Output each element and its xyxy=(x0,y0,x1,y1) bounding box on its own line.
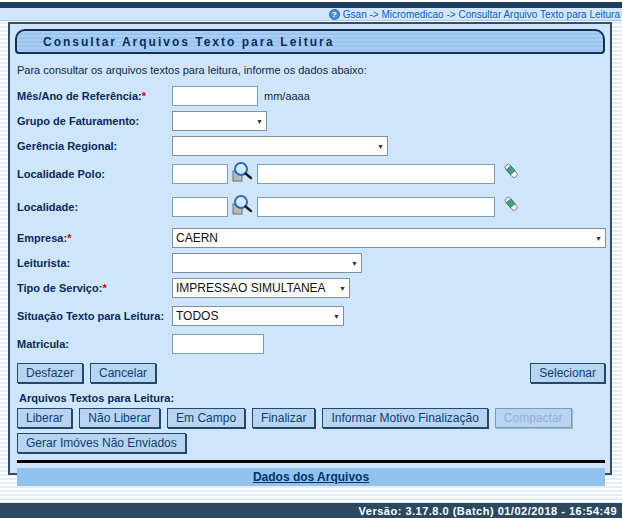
page-title: Consultar Arquivos Texto para Leitura xyxy=(43,35,334,49)
mes-ano-format-hint: mm/aaaa xyxy=(264,90,310,102)
row-leiturista: Leiturista: xyxy=(17,252,605,273)
tipo-servico-select[interactable]: IMPRESSAO SIMULTANEA xyxy=(172,278,350,298)
row-tipo-servico: Tipo de Serviço:* IMPRESSAO SIMULTANEA xyxy=(17,277,605,298)
localidade-label: Localidade: xyxy=(17,201,172,213)
situacao-texto-select[interactable]: TODOS xyxy=(172,306,344,326)
action-button-row: Desfazer Cancelar Selecionar xyxy=(17,363,605,383)
localidade-input[interactable] xyxy=(172,197,228,217)
help-icon[interactable]: ? xyxy=(329,9,340,20)
main-panel: Consultar Arquivos Texto para Leitura Pa… xyxy=(8,22,612,475)
finalizar-button[interactable]: Finalizar xyxy=(252,408,315,428)
grupo-faturamento-dropdown[interactable] xyxy=(172,111,267,131)
nao-liberar-button[interactable]: Não Liberar xyxy=(79,408,160,428)
row-mes-ano: Mês/Ano de Referência:* mm/aaaa xyxy=(17,85,605,106)
footer-bar: Versão: 3.17.8.0 (Batch) 01/02/2018 - 16… xyxy=(0,503,622,518)
row-matricula: Matricula: xyxy=(17,333,605,354)
mes-ano-input[interactable] xyxy=(172,86,258,106)
empresa-dropdown[interactable]: CAERN xyxy=(172,228,606,248)
file-action-buttons-row2: Gerar Imóves Não Enviados xyxy=(17,433,605,453)
row-gerencia-regional: Gerência Regional: xyxy=(17,135,605,156)
localidade-desc-field xyxy=(257,197,495,217)
situacao-texto-label: Situação Texto para Leitura: xyxy=(17,310,172,322)
tipo-servico-dropdown[interactable]: IMPRESSAO SIMULTANEA xyxy=(172,278,350,298)
dados-arquivos-header: Dados dos Arquivos xyxy=(17,468,605,486)
cancelar-button[interactable]: Cancelar xyxy=(90,363,156,383)
search-icon[interactable] xyxy=(231,194,253,220)
files-section-label: Arquivos Textos para Leitura: xyxy=(19,392,605,404)
em-campo-button[interactable]: Em Campo xyxy=(167,408,245,428)
breadcrumb-bar: ? Gsan -> Micromedicao -> Consultar Arqu… xyxy=(0,8,622,21)
eraser-icon[interactable] xyxy=(502,162,521,185)
page-title-box: Consultar Arquivos Texto para Leitura xyxy=(15,29,605,54)
gerencia-regional-select[interactable] xyxy=(172,136,388,156)
leiturista-dropdown[interactable] xyxy=(172,253,362,273)
empresa-select[interactable]: CAERN xyxy=(172,228,606,248)
row-localidade: Localidade: xyxy=(17,193,605,220)
version-text: Versão: 3.17.8.0 (Batch) 01/02/2018 - 16… xyxy=(359,505,617,517)
tipo-servico-label: Tipo de Serviço:* xyxy=(17,282,172,294)
form-area: Mês/Ano de Referência:* mm/aaaa Grupo de… xyxy=(10,85,610,486)
divider-line xyxy=(17,460,605,463)
row-grupo-faturamento: Grupo de Faturamento: xyxy=(17,110,605,131)
file-action-buttons-row1: Liberar Não Liberar Em Campo Finalizar I… xyxy=(17,408,605,428)
localidade-polo-input[interactable] xyxy=(172,164,228,184)
mes-ano-label: Mês/Ano de Referência:* xyxy=(17,90,172,102)
leiturista-label: Leiturista: xyxy=(17,257,172,269)
dados-arquivos-title[interactable]: Dados dos Arquivos xyxy=(253,470,369,484)
matricula-input[interactable] xyxy=(172,334,264,354)
leiturista-select[interactable] xyxy=(172,253,362,273)
grupo-faturamento-label: Grupo de Faturamento: xyxy=(17,115,172,127)
informar-motivo-finalizacao-button[interactable]: Informar Motivo Finalização xyxy=(322,408,487,428)
gerar-imoveis-nao-enviados-button[interactable]: Gerar Imóves Não Enviados xyxy=(17,433,186,453)
search-icon[interactable] xyxy=(231,161,253,187)
row-situacao-texto: Situação Texto para Leitura: TODOS xyxy=(17,302,605,329)
grupo-faturamento-select[interactable] xyxy=(172,111,267,131)
eraser-icon[interactable] xyxy=(502,195,521,218)
localidade-polo-desc-field xyxy=(257,164,495,184)
desfazer-button[interactable]: Desfazer xyxy=(17,363,83,383)
situacao-texto-dropdown[interactable]: TODOS xyxy=(172,306,344,326)
gerencia-regional-label: Gerência Regional: xyxy=(17,140,172,152)
compactar-button: Compactar xyxy=(495,408,572,428)
gerencia-regional-dropdown[interactable] xyxy=(172,136,388,156)
row-empresa: Empresa:* CAERN xyxy=(17,227,605,248)
breadcrumb[interactable]: Gsan -> Micromedicao -> Consultar Arquiv… xyxy=(343,9,620,20)
matricula-label: Matricula: xyxy=(17,338,172,350)
localidade-polo-label: Localidade Polo: xyxy=(17,168,172,180)
empresa-label: Empresa:* xyxy=(17,232,172,244)
selecionar-button[interactable]: Selecionar xyxy=(530,363,605,383)
instruction-text: Para consultar os arquivos textos para l… xyxy=(17,64,610,76)
liberar-button[interactable]: Liberar xyxy=(17,408,72,428)
row-localidade-polo: Localidade Polo: xyxy=(17,160,605,187)
